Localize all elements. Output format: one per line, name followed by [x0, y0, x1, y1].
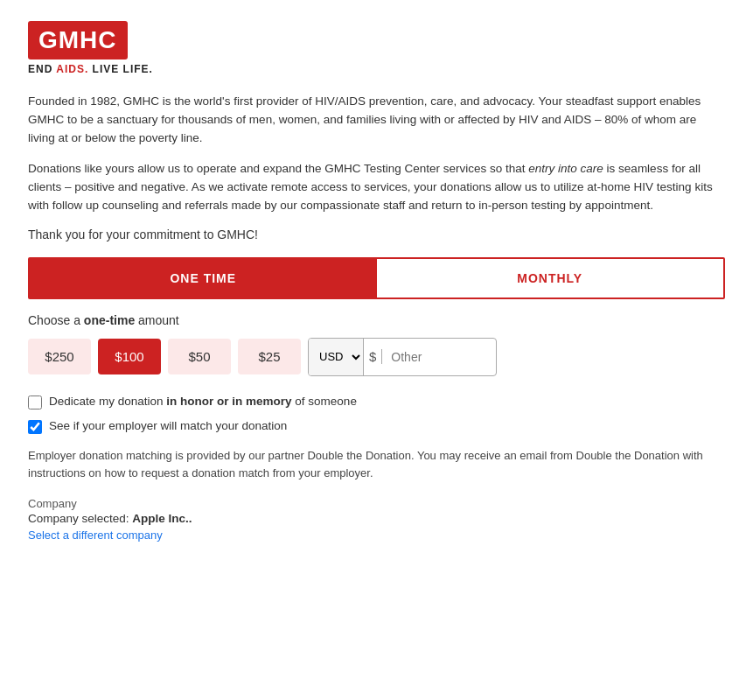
dedicate-checkbox-row: Dedicate my donation in honor or in memo…: [28, 394, 725, 410]
company-selected-row: Company selected: Apple Inc..: [28, 512, 725, 525]
dedicate-suffix: of someone: [292, 395, 357, 408]
choose-bold: one-time: [84, 313, 135, 327]
amount-row: $250 $100 $50 $25 USD CAD EUR GBP $: [28, 338, 725, 376]
logo-text: GMHC: [38, 26, 117, 53]
company-selected-name: Apple Inc..: [132, 512, 192, 525]
one-time-button[interactable]: ONE TIME: [30, 259, 377, 298]
dollar-sign: $: [364, 349, 382, 364]
logo-box: GMHC: [28, 21, 128, 60]
choose-suffix: amount: [135, 313, 179, 327]
tagline: END AIDS. LIVE LIFE.: [28, 63, 725, 75]
amount-100[interactable]: $100: [98, 339, 161, 374]
thank-you-text: Thank you for your commitment to GMHC!: [28, 228, 725, 242]
monthly-button[interactable]: MONTHLY: [377, 259, 724, 298]
select-different-company-link[interactable]: Select a different company: [28, 528, 163, 542]
currency-select[interactable]: USD CAD EUR GBP: [309, 339, 364, 375]
para2-prefix: Donations like yours allow us to operate…: [28, 162, 528, 175]
company-section: Company Company selected: Apple Inc.. Se…: [28, 497, 725, 542]
employer-checkbox-row: See if your employer will match your don…: [28, 418, 725, 435]
description-para1: Founded in 1982, GMHC is the world's fir…: [28, 93, 725, 148]
amount-50[interactable]: $50: [168, 339, 231, 374]
amount-250[interactable]: $250: [28, 339, 91, 374]
tagline-aids: AIDS.: [56, 63, 88, 75]
employer-label[interactable]: See if your employer will match your don…: [49, 418, 287, 435]
company-label: Company: [28, 497, 725, 510]
tagline-suffix: LIVE LIFE.: [88, 63, 153, 75]
employer-checkbox[interactable]: [28, 420, 42, 434]
dedicate-prefix: Dedicate my donation: [49, 395, 166, 408]
logo-block: GMHC END AIDS. LIVE LIFE.: [28, 21, 725, 75]
choose-amount-label: Choose a one-time amount: [28, 313, 725, 327]
employer-info-text: Employer donation matching is provided b…: [28, 447, 725, 482]
amount-25[interactable]: $25: [238, 339, 301, 374]
tagline-prefix: END: [28, 63, 56, 75]
dedicate-bold: in honor or in memory: [166, 395, 291, 408]
dedicate-checkbox[interactable]: [28, 396, 42, 410]
frequency-toggle: ONE TIME MONTHLY: [28, 257, 725, 299]
description-block: Founded in 1982, GMHC is the world's fir…: [28, 93, 725, 215]
para2-italic: entry into care: [528, 162, 603, 175]
currency-other-container: USD CAD EUR GBP $: [308, 338, 497, 376]
dedicate-label[interactable]: Dedicate my donation in honor or in memo…: [49, 394, 357, 410]
choose-prefix: Choose a: [28, 313, 84, 327]
other-amount-input[interactable]: [382, 350, 496, 364]
company-selected-prefix: Company selected:: [28, 512, 132, 525]
description-para2: Donations like yours allow us to operate…: [28, 160, 725, 215]
